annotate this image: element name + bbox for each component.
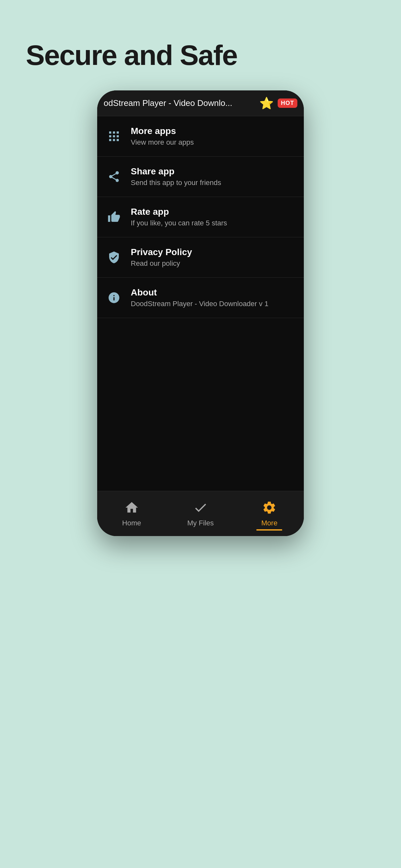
app-header: odStream Player - Video Downlo... ⭐ HOT: [97, 90, 304, 116]
nav-item-more[interactable]: More: [235, 497, 304, 531]
menu-text-share-app: Share app Send this app to your friends: [131, 166, 296, 187]
shield-icon: [105, 248, 123, 267]
menu-subtitle-rate-app: If you like, you can rate 5 stars: [131, 219, 296, 227]
menu-title-rate-app: Rate app: [131, 207, 296, 217]
bottom-nav: Home My Files More: [97, 491, 304, 536]
active-indicator: [256, 529, 282, 531]
menu-item-about[interactable]: About DoodStream Player - Video Download…: [97, 278, 304, 318]
menu-title-about: About: [131, 287, 296, 298]
menu-text-privacy-policy: Privacy Policy Read our policy: [131, 247, 296, 268]
phone-mockup: odStream Player - Video Downlo... ⭐ HOT …: [97, 90, 304, 536]
menu-subtitle-about: DoodStream Player - Video Downloader v 1: [131, 300, 296, 308]
menu-item-share-app[interactable]: Share app Send this app to your friends: [97, 157, 304, 197]
header-icons: ⭐ HOT: [259, 97, 297, 110]
menu-title-more-apps: More apps: [131, 126, 296, 136]
share-icon: [105, 167, 123, 186]
menu-area: More apps View more our apps Share app S…: [97, 116, 304, 326]
thumbsup-icon: [105, 208, 123, 226]
menu-subtitle-privacy-policy: Read our policy: [131, 259, 296, 268]
nav-label-home: Home: [122, 519, 141, 527]
menu-text-rate-app: Rate app If you like, you can rate 5 sta…: [131, 207, 296, 227]
page-title: Secure and Safe: [26, 39, 237, 72]
menu-title-privacy-policy: Privacy Policy: [131, 247, 296, 257]
menu-text-more-apps: More apps View more our apps: [131, 126, 296, 147]
more-icon: [262, 500, 277, 516]
menu-subtitle-share-app: Send this app to your friends: [131, 179, 296, 187]
menu-text-about: About DoodStream Player - Video Download…: [131, 287, 296, 308]
nav-item-home[interactable]: Home: [97, 497, 166, 531]
nav-label-my-files: My Files: [187, 519, 214, 527]
home-icon: [124, 500, 139, 516]
menu-title-share-app: Share app: [131, 166, 296, 177]
menu-item-more-apps[interactable]: More apps View more our apps: [97, 116, 304, 157]
menu-item-rate-app[interactable]: Rate app If you like, you can rate 5 sta…: [97, 197, 304, 237]
myfiles-icon: [193, 500, 208, 516]
menu-subtitle-more-apps: View more our apps: [131, 138, 296, 147]
app-header-title: odStream Player - Video Downlo...: [104, 98, 259, 108]
nav-item-my-files[interactable]: My Files: [166, 497, 235, 531]
menu-item-privacy-policy[interactable]: Privacy Policy Read our policy: [97, 237, 304, 278]
nav-label-more: More: [261, 519, 277, 527]
hot-badge: HOT: [278, 98, 297, 108]
grid-icon: [105, 127, 123, 145]
star-emoji: ⭐: [259, 97, 274, 110]
info-icon: [105, 289, 123, 307]
